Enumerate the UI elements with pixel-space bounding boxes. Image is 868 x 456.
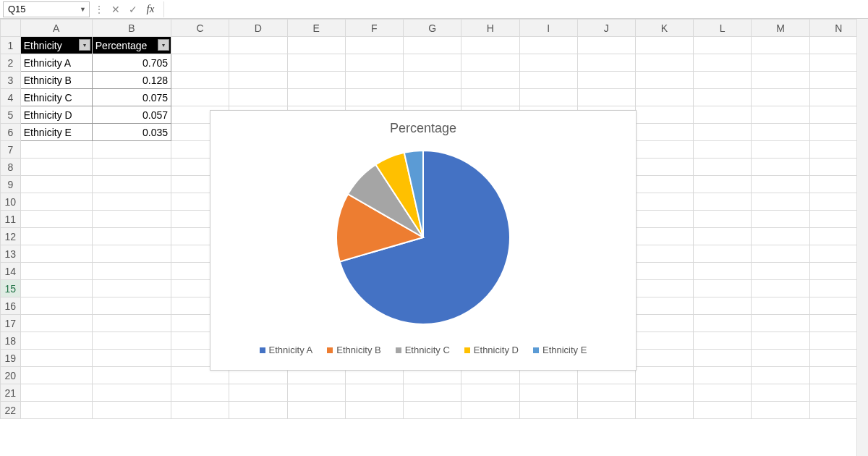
row-header-18[interactable]: 18: [1, 332, 21, 350]
row-header-8[interactable]: 8: [1, 159, 21, 176]
insert-function-button[interactable]: fx: [143, 2, 158, 17]
pie-chart[interactable]: Percentage Ethnicity AEthnicity BEthnici…: [210, 110, 637, 371]
header-cell-ethnicity[interactable]: Ethnicity▾: [20, 37, 92, 54]
column-header-M[interactable]: M: [752, 20, 809, 37]
legend-label: Ethnicity E: [542, 345, 587, 355]
formula-bar: Q15 ▼ ⋮ ✕ ✓ fx: [0, 0, 868, 19]
legend-swatch: [396, 347, 401, 353]
row-header-13[interactable]: 13: [1, 245, 21, 263]
check-icon: ✓: [129, 4, 137, 15]
column-header-B[interactable]: B: [92, 20, 171, 37]
table-cell[interactable]: 0.705: [92, 54, 171, 72]
legend-swatch: [327, 347, 333, 353]
accept-formula-button[interactable]: ✓: [126, 2, 140, 17]
legend-swatch: [464, 347, 470, 353]
row-header-11[interactable]: 11: [1, 211, 21, 228]
legend-label: Ethnicity C: [405, 345, 450, 355]
x-icon: ✕: [111, 4, 120, 15]
formula-input[interactable]: [163, 1, 865, 17]
chart-title: Percentage: [210, 121, 636, 136]
column-header-G[interactable]: G: [404, 20, 461, 37]
row-header-20[interactable]: 20: [1, 367, 21, 384]
row-header-9[interactable]: 9: [1, 176, 21, 193]
column-header-I[interactable]: I: [519, 20, 577, 37]
legend-label: Ethnicity A: [269, 345, 313, 355]
legend-swatch: [260, 347, 265, 353]
table-cell[interactable]: 0.035: [92, 124, 171, 141]
separator: ⋮: [93, 4, 106, 15]
legend-item: Ethnicity C: [396, 345, 450, 355]
pie-plot-area: [210, 143, 636, 332]
legend-item: Ethnicity E: [533, 345, 587, 355]
vertical-scrollbar[interactable]: [856, 19, 868, 456]
row-header-1[interactable]: 1: [1, 37, 21, 54]
legend-item: Ethnicity D: [464, 345, 519, 355]
column-header-A[interactable]: A: [20, 20, 92, 37]
row-header-16[interactable]: 16: [1, 297, 21, 315]
row-header-22[interactable]: 22: [1, 402, 21, 419]
row-header-4[interactable]: 4: [1, 89, 21, 106]
column-header-H[interactable]: H: [461, 20, 519, 37]
column-header-D[interactable]: D: [229, 20, 287, 37]
column-header-E[interactable]: E: [287, 20, 345, 37]
select-all-corner[interactable]: [1, 20, 21, 37]
table-cell[interactable]: 0.057: [92, 106, 171, 124]
row-header-19[interactable]: 19: [1, 350, 21, 367]
legend-label: Ethnicity D: [474, 345, 519, 355]
legend-label: Ethnicity B: [336, 345, 380, 355]
filter-button[interactable]: ▾: [79, 39, 90, 51]
row-header-17[interactable]: 17: [1, 315, 21, 332]
fx-icon: fx: [147, 3, 155, 15]
name-box-value: Q15: [8, 4, 26, 14]
chevron-down-icon: ▾: [83, 42, 86, 48]
table-cell[interactable]: Ethnicity D: [20, 106, 92, 124]
column-header-L[interactable]: L: [694, 20, 752, 37]
column-header-J[interactable]: J: [577, 20, 635, 37]
legend-swatch: [533, 347, 539, 353]
legend-item: Ethnicity A: [260, 345, 313, 355]
row-header-21[interactable]: 21: [1, 384, 21, 402]
table-cell[interactable]: Ethnicity E: [20, 124, 92, 141]
row-header-2[interactable]: 2: [1, 54, 21, 72]
header-cell-percentage[interactable]: Percentage▾: [92, 37, 171, 54]
column-header-C[interactable]: C: [171, 20, 229, 37]
table-cell[interactable]: 0.075: [92, 89, 171, 106]
row-header-3[interactable]: 3: [1, 72, 21, 89]
row-header-12[interactable]: 12: [1, 228, 21, 245]
table-cell[interactable]: Ethnicity C: [20, 89, 92, 106]
table-cell[interactable]: 0.128: [92, 72, 171, 89]
table-cell[interactable]: Ethnicity A: [20, 54, 92, 72]
name-box[interactable]: Q15 ▼: [3, 1, 90, 17]
row-header-10[interactable]: 10: [1, 193, 21, 211]
filter-button[interactable]: ▾: [158, 39, 169, 51]
cancel-formula-button[interactable]: ✕: [109, 2, 123, 17]
column-header-K[interactable]: K: [635, 20, 693, 37]
row-header-5[interactable]: 5: [1, 106, 21, 124]
column-header-F[interactable]: F: [345, 20, 403, 37]
chart-legend: Ethnicity AEthnicity BEthnicity CEthnici…: [210, 345, 636, 355]
row-header-6[interactable]: 6: [1, 124, 21, 141]
table-cell[interactable]: Ethnicity B: [20, 72, 92, 89]
chevron-down-icon: ▾: [162, 42, 165, 48]
legend-item: Ethnicity B: [327, 345, 380, 355]
row-header-15[interactable]: 15: [1, 280, 21, 297]
row-header-7[interactable]: 7: [1, 141, 21, 159]
row-header-14[interactable]: 14: [1, 263, 21, 280]
chevron-down-icon: ▼: [80, 6, 86, 13]
